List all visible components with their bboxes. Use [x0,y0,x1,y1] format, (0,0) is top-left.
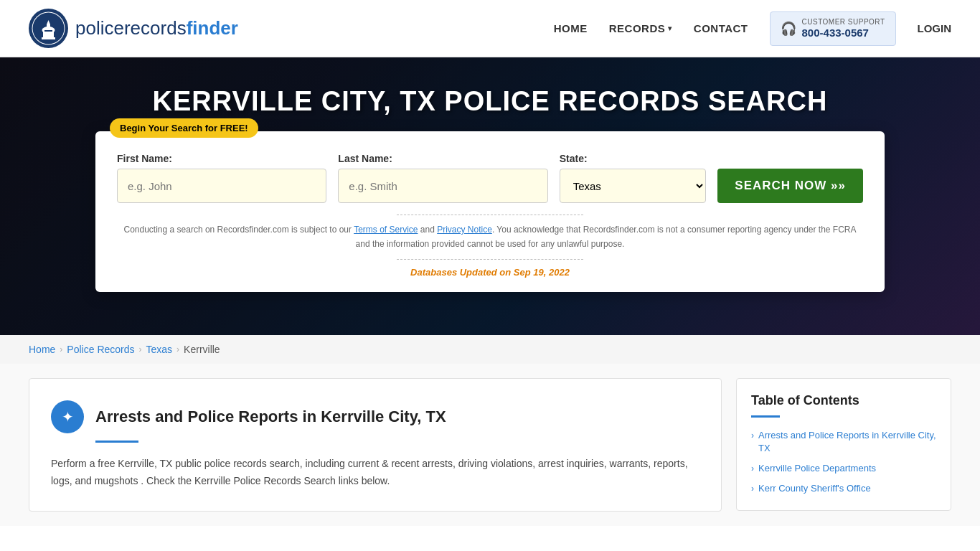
main-content: ✦ Arrests and Police Reports in Kerrvill… [0,364,980,527]
toc-chevron-icon: › [751,463,754,474]
breadcrumb-chevron-3: › [176,344,179,354]
first-name-group: First Name: [117,153,326,203]
article-icon: ✦ [51,400,84,433]
breadcrumb-texas[interactable]: Texas [146,344,173,355]
support-phone: 800-433-0567 [802,27,885,39]
disclaimer-divider [397,215,583,215]
toc-link[interactable]: Kerrville Police Departments [758,462,876,475]
toc-list-item: ›Kerrville Police Departments [751,462,936,475]
toc-title: Table of Contents [751,393,936,408]
breadcrumb-chevron-2: › [139,344,142,354]
state-group: State: AlabamaAlaskaArizonaArkansasCalif… [560,153,707,203]
support-label: CUSTOMER SUPPORT [802,18,885,27]
customer-support-button[interactable]: 🎧 CUSTOMER SUPPORT 800-433-0567 [770,11,896,46]
toc-chevron-icon: › [751,484,754,494]
nav-home[interactable]: HOME [554,22,588,34]
terms-link[interactable]: Terms of Service [354,225,418,235]
toc-link[interactable]: Arrests and Police Reports in Kerrville … [758,429,936,455]
article-divider [95,441,138,443]
hero-section: KERRVILLE CITY, TX POLICE RECORDS SEARCH… [0,57,980,335]
state-label: State: [560,153,707,164]
privacy-link[interactable]: Privacy Notice [437,225,492,235]
badge-icon: ✦ [62,408,74,425]
headset-icon: 🎧 [781,21,796,37]
search-fields: First Name: Last Name: State: AlabamaAla… [117,153,863,203]
disclaimer-text: Conducting a search on Recordsfinder.com… [117,222,863,252]
toc-chevron-icon: › [751,430,754,441]
search-card: Begin Your Search for FREE! First Name: … [95,131,885,292]
toc-card: Table of Contents ›Arrests and Police Re… [736,378,951,511]
last-name-input[interactable] [338,169,547,203]
nav-login[interactable]: LOGIN [918,22,952,34]
free-badge: Begin Your Search for FREE! [110,118,258,138]
breadcrumb-chevron-1: › [60,344,62,354]
breadcrumb-home[interactable]: Home [29,344,55,355]
breadcrumb: Home › Police Records › Texas › Kerrvill… [0,335,980,364]
breadcrumb-current: Kerrville [184,344,220,355]
db-updated: Databases Updated on Sep 19, 2022 [117,267,863,278]
svg-rect-8 [44,30,52,32]
records-chevron-icon: ▾ [668,24,672,32]
main-article: ✦ Arrests and Police Reports in Kerrvill… [29,378,722,512]
site-header: policerecordsfinder HOME RECORDS ▾ CONTA… [0,0,980,57]
state-select[interactable]: AlabamaAlaskaArizonaArkansasCaliforniaCo… [560,169,707,203]
hero-title: KERRVILLE CITY, TX POLICE RECORDS SEARCH [153,86,828,117]
toc-sidebar: Table of Contents ›Arrests and Police Re… [736,378,951,512]
db-date: Sep 19, 2022 [514,267,570,278]
article-header: ✦ Arrests and Police Reports in Kerrvill… [51,400,699,433]
first-name-label: First Name: [117,153,326,164]
article-title: Arrests and Police Reports in Kerrville … [95,408,446,426]
search-now-button[interactable]: SEARCH NOW »» [717,169,863,203]
logo-area: policerecordsfinder [29,9,238,48]
article-body: Perform a free Kerrville, TX public poli… [51,456,699,490]
nav-contact[interactable]: CONTACT [694,22,748,34]
breadcrumb-police-records[interactable]: Police Records [67,344,134,355]
toc-divider [751,415,780,418]
toc-list: ›Arrests and Police Reports in Kerrville… [751,429,936,496]
main-nav: HOME RECORDS ▾ CONTACT 🎧 CUSTOMER SUPPOR… [554,11,951,46]
last-name-label: Last Name: [338,153,547,164]
toc-link[interactable]: Kerr County Sheriff's Office [758,482,871,495]
db-divider [397,259,583,260]
toc-list-item: ›Arrests and Police Reports in Kerrville… [751,429,936,455]
first-name-input[interactable] [117,169,326,203]
svg-rect-4 [42,37,55,39]
logo-icon [29,9,68,48]
logo-text: policerecordsfinder [75,17,238,39]
nav-records[interactable]: RECORDS ▾ [609,22,672,34]
toc-list-item: ›Kerr County Sheriff's Office [751,482,936,495]
last-name-group: Last Name: [338,153,547,203]
